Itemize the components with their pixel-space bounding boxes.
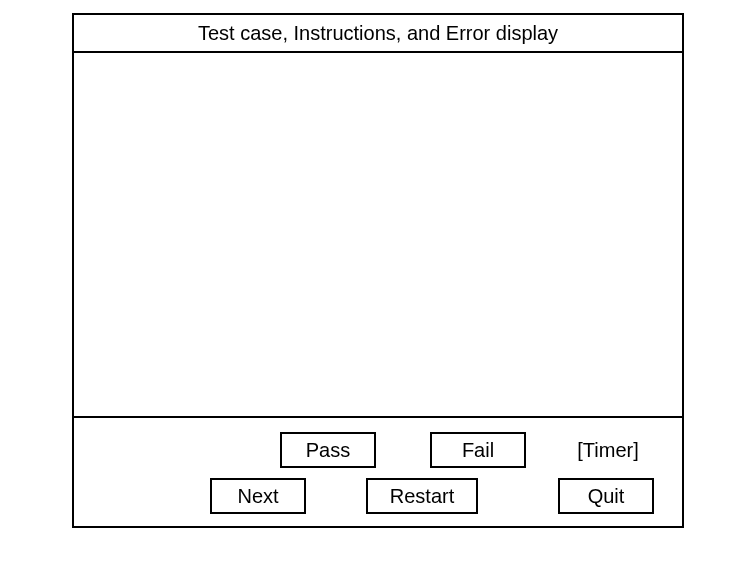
fail-button[interactable]: Fail: [430, 432, 526, 468]
pass-button-label: Pass: [306, 439, 350, 462]
header-bar: Test case, Instructions, and Error displ…: [74, 15, 682, 53]
window-frame: Test case, Instructions, and Error displ…: [72, 13, 684, 528]
timer-label: [Timer]: [577, 439, 638, 462]
content-area: [74, 53, 682, 416]
header-title: Test case, Instructions, and Error displ…: [198, 22, 558, 45]
restart-button[interactable]: Restart: [366, 478, 478, 514]
next-button[interactable]: Next: [210, 478, 306, 514]
timer-display: [Timer]: [560, 432, 656, 468]
quit-button-label: Quit: [588, 485, 625, 508]
pass-button[interactable]: Pass: [280, 432, 376, 468]
footer-bar: Pass Fail [Timer] Next Restart Quit: [74, 416, 682, 526]
restart-button-label: Restart: [390, 485, 454, 508]
next-button-label: Next: [237, 485, 278, 508]
fail-button-label: Fail: [462, 439, 494, 462]
quit-button[interactable]: Quit: [558, 478, 654, 514]
